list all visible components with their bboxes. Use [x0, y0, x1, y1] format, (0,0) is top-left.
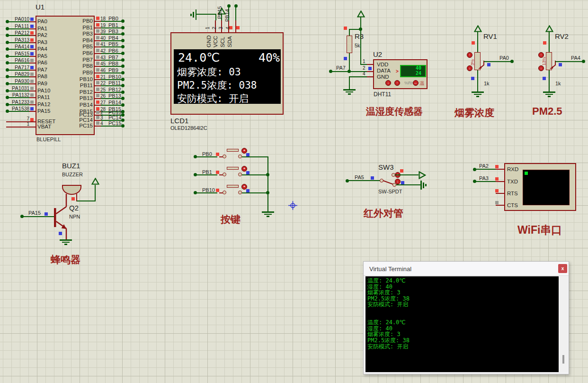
- power-arrow-icon: [91, 178, 99, 185]
- logic-state-square: [30, 73, 34, 76]
- pin-name: PB4: [37, 37, 93, 43]
- logic-state-square: [96, 81, 99, 84]
- terminal-screen[interactable]: 温度: 24.0℃湿度: 40烟雾浓度: 3PM2.5浓度: 38安防模式: 开…: [365, 276, 559, 372]
- rv1-decrease-button[interactable]: ↓: [467, 65, 472, 71]
- logic-state-square: [30, 80, 34, 83]
- pin-number: 16: [24, 58, 30, 63]
- pin-name: PB6: [37, 50, 93, 56]
- logic-state-square: [96, 17, 99, 20]
- logic-state-square: [30, 59, 34, 62]
- terminal-line: 温度: 24.0℃: [367, 278, 559, 284]
- pin-number: 29: [24, 72, 30, 77]
- wire: [101, 126, 123, 127]
- pin-name: PB7: [37, 57, 93, 63]
- logic-state-square: [96, 68, 99, 72]
- net-label: PA9: [9, 78, 24, 84]
- terminal-scrollbar[interactable]: [559, 276, 568, 372]
- buz1-value: BUZZER: [62, 172, 83, 177]
- rv2-value: 1k: [555, 81, 561, 86]
- logic-state-square: [236, 26, 240, 29]
- virtual-terminal-window: Virtual Terminal x 温度: 24.0℃湿度: 40烟雾浓度: …: [363, 261, 569, 374]
- net-label: PA4: [571, 55, 580, 61]
- power-arrow-icon: [545, 25, 553, 32]
- terminal-line: 安防模式: 开启: [367, 301, 559, 308]
- net-label: PA12: [9, 99, 24, 105]
- logic-state-square: [400, 169, 403, 173]
- wifi-screen: [523, 170, 570, 205]
- pin-number: 14: [24, 44, 30, 49]
- oled-humidity: 40%: [258, 51, 280, 64]
- junction-dot-icon: [266, 173, 269, 176]
- pin-name: CTS: [507, 202, 518, 208]
- dht-display-humidity: 40: [402, 65, 421, 71]
- logic-state-square: [59, 232, 62, 235]
- button-terminal: [238, 173, 242, 176]
- pin-stub: [29, 97, 36, 98]
- logic-state-square: [246, 189, 249, 192]
- terminal-dot-icon: [121, 32, 125, 36]
- lcd1-value: OLED12864I2C: [170, 125, 207, 131]
- logic-state-square: [96, 49, 99, 52]
- pin-stub: [29, 111, 36, 112]
- wire: [360, 64, 367, 65]
- sw3-caption: 红外对管: [364, 207, 403, 220]
- rv2-decrease-button[interactable]: ↓: [538, 65, 544, 71]
- pin-stub: [29, 63, 36, 64]
- r3-resistor-body[interactable]: [347, 36, 352, 53]
- net-label: PA5: [9, 51, 24, 56]
- terminal-title-bar[interactable]: Virtual Terminal x: [364, 262, 569, 276]
- wire: [235, 6, 236, 20]
- pin-name: PB1: [37, 25, 93, 30]
- logic-state-square: [246, 171, 249, 174]
- rv2-increase-button[interactable]: ↑: [538, 52, 544, 58]
- pin-name: GND: [377, 74, 389, 80]
- pin-stub: [29, 76, 36, 77]
- terminal-dot-icon: [121, 119, 125, 122]
- terminal-line: 温度: 24.0℃: [367, 319, 559, 326]
- wire: [474, 169, 496, 170]
- pin-stub: [29, 49, 36, 50]
- terminal-dot-icon: [510, 60, 514, 63]
- rv1-caption: 烟雾浓度: [454, 106, 494, 119]
- wire: [555, 61, 584, 62]
- logic-state-square: [96, 62, 99, 65]
- close-icon[interactable]: x: [558, 264, 567, 273]
- button-cap: [227, 167, 239, 170]
- logic-state-square: [96, 110, 99, 114]
- u2-ref: U2: [373, 50, 382, 58]
- wire: [349, 76, 367, 77]
- button-cap: [227, 149, 239, 152]
- pin-name: PB5: [37, 44, 93, 49]
- wire: [349, 53, 350, 72]
- logic-state-square: [45, 212, 48, 216]
- origin-marker-icon: [288, 201, 297, 210]
- wifi-caption: WiFi串口: [517, 223, 562, 237]
- pin-number: 4: [363, 71, 365, 76]
- wire: [549, 70, 550, 91]
- pin-name: GND: [206, 35, 212, 47]
- sw3-toggle-down-button[interactable]: ↓: [395, 179, 401, 184]
- scrollbar-thumb[interactable]: [562, 355, 564, 364]
- logic-state-square: [96, 36, 99, 39]
- net-label: PB10: [202, 187, 215, 193]
- net-label: PA7: [9, 64, 24, 70]
- reset-pin-number: 7: [19, 116, 29, 121]
- dht-decrement-button[interactable]: ↓: [385, 80, 391, 86]
- logic-state-square: [495, 177, 499, 181]
- dht-mode-toggle-button[interactable]: ↔: [413, 80, 419, 86]
- dht-increment-button[interactable]: ↑: [394, 80, 400, 86]
- terminal-line: 安防模式: 开启: [367, 344, 559, 350]
- pin-number: 2: [212, 27, 217, 29]
- buz1-ref: BUZ1: [62, 162, 80, 170]
- schematic-canvas[interactable]: U1 BLUEPILL PA0 10 PA0 PA1 11: [0, 0, 588, 383]
- wire: [242, 174, 268, 175]
- terminal-dot-icon: [121, 58, 125, 62]
- rv1-increase-button[interactable]: ↑: [467, 52, 472, 58]
- net-label: PA0: [9, 16, 24, 22]
- pin-name: RTS: [507, 191, 518, 196]
- logic-state-square: [96, 23, 99, 27]
- terminal-dot-icon: [121, 19, 125, 23]
- pin-name: RXD: [507, 166, 518, 172]
- logic-state-square: [30, 38, 34, 42]
- logic-state-square: [30, 118, 34, 121]
